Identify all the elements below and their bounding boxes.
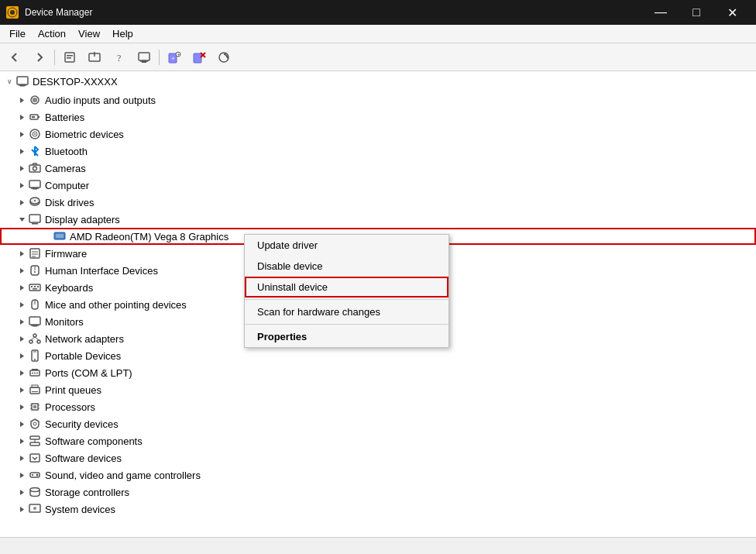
svg-marker-45 [19, 218, 25, 222]
expand-icon-24[interactable] [15, 503, 28, 515]
tree-item-24[interactable]: System devices [0, 501, 756, 518]
svg-point-58 [34, 271, 36, 273]
tree-item-15[interactable]: Portable Devices [0, 347, 756, 364]
expand-icon-root: ∨ [3, 75, 15, 88]
tree-item-21[interactable]: Software devices [0, 449, 756, 466]
svg-point-73 [29, 340, 33, 343]
tree-root-item[interactable]: ∨ DESKTOP-XXXXX [0, 73, 756, 90]
svg-rect-86 [32, 369, 38, 370]
back-button[interactable] [3, 46, 26, 68]
menu-view[interactable]: View [72, 25, 106, 43]
tree-item-5[interactable]: Computer [0, 177, 756, 194]
device-manager-button[interactable] [132, 46, 156, 68]
menu-help[interactable]: Help [106, 25, 139, 43]
svg-marker-29 [20, 132, 24, 137]
item-icon-12 [28, 298, 42, 311]
item-label-13: Monitors [45, 316, 84, 328]
svg-text:+: + [171, 55, 175, 62]
expand-icon-14[interactable] [15, 332, 28, 345]
item-icon-24 [28, 502, 42, 516]
item-label-3: Bluetooth [45, 146, 88, 157]
item-icon-10 [28, 263, 42, 277]
svg-point-115 [33, 507, 36, 510]
add-driver-button[interactable]: + + [163, 46, 186, 68]
tree-item-1[interactable]: Batteries [0, 108, 756, 126]
item-label-24: System devices [45, 504, 115, 515]
expand-icon-15[interactable] [15, 349, 28, 362]
expand-icon-12[interactable] [15, 298, 28, 311]
svg-point-32 [34, 133, 36, 135]
svg-marker-25 [20, 115, 24, 120]
expand-icon-9[interactable] [15, 247, 28, 260]
expand-icon-16[interactable] [15, 366, 28, 379]
svg-rect-68 [29, 317, 40, 325]
item-icon-5 [28, 178, 42, 192]
svg-text:+: + [177, 52, 180, 57]
expand-icon-23[interactable] [15, 486, 28, 498]
expand-icon-22[interactable] [15, 469, 28, 481]
svg-point-99 [33, 422, 36, 425]
expand-icon-21[interactable] [15, 452, 28, 464]
tree-item-3[interactable]: Bluetooth [0, 143, 756, 160]
menu-file[interactable]: File [3, 25, 32, 43]
tree-item-0[interactable]: Audio inputs and outputs [0, 91, 756, 108]
expand-icon-19[interactable] [15, 418, 28, 430]
expand-icon-6[interactable] [15, 196, 28, 208]
item-label-10: Human Interface Devices [45, 265, 158, 277]
svg-rect-20 [17, 77, 28, 84]
tree-item-17[interactable]: Print queues [0, 381, 756, 398]
maximize-button[interactable]: □ [679, 0, 714, 25]
expand-icon-4[interactable] [15, 162, 28, 174]
ctx-item-3[interactable]: Scan for hardware changes [245, 301, 448, 322]
tree-item-18[interactable]: Processors [0, 398, 756, 415]
menu-action[interactable]: Action [32, 25, 72, 43]
expand-icon-11[interactable] [15, 281, 28, 294]
item-icon-1 [28, 110, 42, 124]
close-button[interactable]: ✕ [714, 0, 750, 25]
uninstall-button[interactable] [187, 46, 211, 68]
tree-item-16[interactable]: Ports (COM & LPT) [0, 364, 756, 381]
expand-icon-0[interactable] [15, 94, 28, 106]
expand-icon-7[interactable] [15, 213, 28, 225]
minimize-button[interactable]: — [643, 0, 679, 25]
tree-item-22[interactable]: Sound, video and game controllers [0, 466, 756, 483]
ctx-item-2[interactable]: Uninstall device [245, 277, 448, 298]
tree-item-23[interactable]: Storage controllers [0, 483, 756, 501]
help-button[interactable]: ? [108, 46, 131, 68]
update-driver-button[interactable] [83, 46, 106, 68]
device-tree[interactable]: ∨ DESKTOP-XXXXX Audio inputs and outputs… [0, 71, 756, 537]
expand-icon-13[interactable] [15, 315, 28, 328]
svg-rect-46 [29, 215, 40, 222]
tree-item-20[interactable]: Software components [0, 432, 756, 449]
expand-icon-3[interactable] [15, 145, 28, 157]
ctx-item-4[interactable]: Properties [245, 326, 448, 347]
svg-line-75 [31, 337, 35, 340]
svg-marker-41 [20, 200, 24, 205]
expand-icon-10[interactable] [15, 264, 28, 277]
tree-item-19[interactable]: Security devices [0, 415, 756, 432]
item-icon-0 [28, 93, 42, 107]
item-icon-15 [28, 349, 42, 363]
tree-item-7[interactable]: Display adapters [0, 211, 756, 228]
tree-item-4[interactable]: Cameras [0, 160, 756, 177]
item-label-19: Security devices [45, 418, 119, 430]
expand-icon-5[interactable] [15, 179, 28, 191]
item-icon-6 [28, 195, 42, 209]
scan-button[interactable] [212, 46, 235, 68]
tree-item-2[interactable]: Biometric devices [0, 126, 756, 143]
ctx-separator-2 [245, 299, 448, 300]
expand-icon-20[interactable] [15, 435, 28, 447]
forward-button[interactable] [28, 46, 51, 68]
expand-icon-1[interactable] [15, 111, 28, 123]
svg-rect-61 [31, 286, 33, 287]
ctx-item-0[interactable]: Update driver [245, 235, 448, 256]
tree-root: ∨ DESKTOP-XXXXX [0, 71, 756, 91]
properties-button[interactable] [58, 46, 81, 68]
item-icon-23 [28, 485, 42, 499]
tree-item-6[interactable]: Disk drives [0, 194, 756, 211]
svg-marker-100 [20, 439, 24, 444]
expand-icon-17[interactable] [15, 384, 28, 396]
expand-icon-2[interactable] [15, 128, 28, 140]
expand-icon-18[interactable] [15, 401, 28, 413]
ctx-item-1[interactable]: Disable device [245, 256, 448, 277]
